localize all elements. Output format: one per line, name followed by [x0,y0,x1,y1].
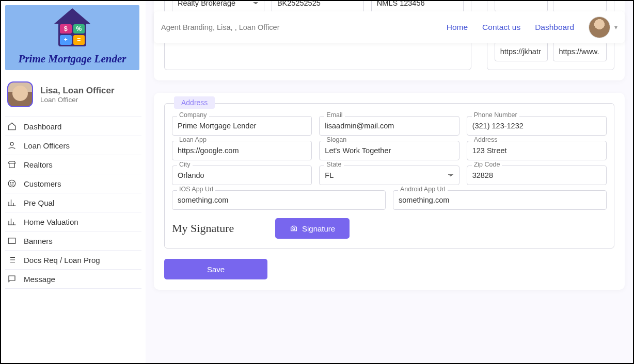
loanapp-input[interactable] [172,141,312,160]
profile-role: Loan Officer [40,96,115,104]
face-icon [7,179,17,188]
save-row: Save [164,259,614,279]
sidebar-item-docs-req[interactable]: Docs Req / Loan Prog [5,251,141,270]
sidebar-item-pre-qual[interactable]: Pre Qual [5,193,141,212]
android-url-input[interactable] [393,190,607,210]
nav-contact[interactable]: Contact us [482,23,520,32]
sidebar-nav: Dashboard Loan Officers Realtors Custome… [5,117,141,289]
email-input[interactable] [319,116,459,136]
sidebar-item-label: Banners [24,237,53,245]
list-icon [7,255,17,264]
store-icon [7,160,17,169]
sidebar-item-label: Loan Officers [24,141,70,150]
skype-input[interactable] [553,1,607,12]
breadcrumb: Agent Branding, Lisa, , Loan Officer [161,23,279,31]
city-input[interactable] [172,166,312,185]
bar-chart-icon [7,198,17,207]
sidebar-item-label: Docs Req / Loan Prog [24,256,100,264]
field-label: Phone Number [472,111,519,119]
message-icon [7,274,17,284]
logo-icon: $%+= [57,10,88,46]
phone-input[interactable] [467,116,607,136]
zip-field: Zip Code [467,166,607,185]
svg-point-5 [293,228,295,230]
zillow-input[interactable] [553,42,607,61]
sidebar-item-label: Message [24,275,55,284]
email-field: Email [319,116,459,136]
sidebar-item-banners[interactable]: Banners [5,231,141,251]
card-address: Address Company Email [154,93,625,290]
profile-name: Lisa, Loan Officer [40,86,115,96]
sidebar-item-home-valuation[interactable]: Home Valuation [5,212,141,231]
field-label: State [324,161,343,168]
slogan-input[interactable] [319,141,459,160]
company-field: Company [172,116,312,136]
field-label: Slogan [324,136,348,143]
home-icon [7,122,17,131]
instagram-field: Instagram [495,1,548,12]
sidebar-item-label: Dashboard [24,122,61,131]
sidebar-item-loan-officers[interactable]: Loan Officers [5,136,141,155]
topbar: Agent Branding, Lisa, , Loan Officer Hom… [154,11,625,43]
signature-row: My Signature Signature [172,218,607,239]
sidebar-item-dashboard[interactable]: Dashboard [5,117,141,136]
app-frame: $%+= Prime Mortgage Lender Lisa, Loan Of… [0,0,634,364]
chevron-down-icon: ▾ [614,24,617,31]
topbar-avatar [589,16,610,38]
rectangle-icon [7,236,17,245]
sidebar-item-label: Realtors [24,160,53,169]
camera-icon [290,224,298,233]
svg-point-3 [13,183,14,184]
signature-button-label: Signature [302,224,335,233]
ios-url-input[interactable] [172,190,386,210]
nav-home[interactable]: Home [447,23,468,32]
field-label: City [177,161,193,168]
address-legend: Address [174,96,215,109]
user-icon [7,141,17,150]
ios-url-field: IOS App Url [172,190,386,210]
content: Brokerage Type Realty Brokerage Brokerag… [154,1,625,363]
slogan-field: Slogan [319,141,459,160]
main: Agent Branding, Lisa, , Loan Officer Hom… [146,1,633,363]
android-url-field: Android App Url [393,190,607,210]
field-label: Zip Code [472,161,502,168]
tiktok-field: Tik Tok [495,42,548,61]
address-fieldset: Address Company Email [164,103,614,249]
field-label: Company [177,111,209,119]
svg-point-1 [8,180,15,187]
signature-script: My Signature [172,222,275,235]
svg-point-0 [10,142,13,145]
field-label: Android App Url [398,186,448,193]
sidebar-item-customers[interactable]: Customers [5,174,141,193]
sidebar-item-label: Customers [24,179,61,188]
field-label: Email [324,111,344,119]
save-button-label: Save [207,265,225,274]
profile-avatar [7,81,33,107]
signature-button[interactable]: Signature [275,218,350,239]
svg-point-2 [10,183,11,184]
sidebar: $%+= Prime Mortgage Lender Lisa, Loan Of… [1,1,146,363]
sidebar-item-label: Pre Qual [24,198,54,207]
top-nav-links: Home Contact us Dashboard ▾ [447,16,617,38]
field-label: Loan App [177,136,209,143]
zillow-field: Zillow [553,42,607,61]
field-label: IOS App Url [177,186,215,193]
company-input[interactable] [172,116,312,136]
tiktok-input[interactable] [495,42,548,61]
address-input[interactable] [467,141,607,160]
profile-block: Lisa, Loan Officer Loan Officer [5,81,141,107]
field-label: Address [472,136,500,143]
sidebar-item-realtors[interactable]: Realtors [5,155,141,174]
brand-name: Prime Mortgage Lender [19,53,126,65]
instagram-input[interactable] [495,1,548,12]
svg-rect-4 [8,238,15,244]
save-button[interactable]: Save [164,259,267,279]
nav-dashboard[interactable]: Dashboard [535,23,574,32]
zip-input[interactable] [467,166,607,185]
user-menu[interactable]: ▾ [589,16,617,38]
sidebar-item-message[interactable]: Message [5,270,141,289]
state-field: State FL [319,166,459,185]
address-field: Address [467,141,607,160]
loanapp-field: Loan App [172,141,312,160]
state-select[interactable]: FL [319,166,459,185]
